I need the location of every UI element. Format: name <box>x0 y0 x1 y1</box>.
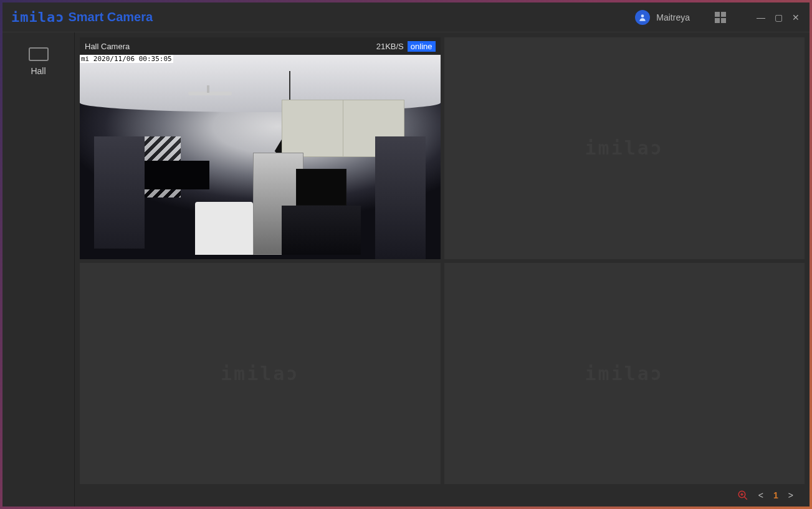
maximize-button[interactable]: ▢ <box>771 12 786 22</box>
svg-line-2 <box>744 497 747 500</box>
tile-header: Hall Camera 21KB/S online <box>80 37 441 55</box>
sidebar-item-hall[interactable]: Hall <box>2 44 74 80</box>
camera-tile-3[interactable]: imilaɔ <box>80 263 441 485</box>
user-name[interactable]: Maitreya <box>656 12 690 22</box>
bitrate-label: 21KB/S <box>376 42 404 51</box>
status-badge: online <box>408 41 436 52</box>
person-icon <box>638 13 647 22</box>
camera-name: Hall Camera <box>85 42 130 51</box>
page-next-button[interactable]: > <box>788 490 793 500</box>
brand-watermark: imilaɔ <box>585 137 664 159</box>
user-avatar[interactable] <box>635 10 650 25</box>
brand-watermark: imilaɔ <box>585 363 664 384</box>
svg-point-0 <box>641 14 644 17</box>
sidebar-item-label: Hall <box>31 66 45 76</box>
zoom-in-icon[interactable] <box>737 490 748 501</box>
page-current: 1 <box>773 490 778 500</box>
grid-layout-icon[interactable] <box>715 12 726 23</box>
camera-grid: Hall Camera 21KB/S online mi 2020/11/06 … <box>80 37 805 484</box>
brand-logo: imilaɔ <box>11 9 64 25</box>
footer-bar: < 1 > <box>80 484 805 507</box>
feed-timestamp: mi 2020/11/06 00:35:05 <box>80 55 173 63</box>
titlebar: imilaɔ Smart Camera Maitreya — ▢ ✕ <box>2 2 810 32</box>
app-window: imilaɔ Smart Camera Maitreya — ▢ ✕ Hall … <box>2 2 810 507</box>
camera-group-icon <box>29 47 49 61</box>
camera-feed: mi 2020/11/06 00:35:05 <box>80 55 441 259</box>
brand-watermark: imilaɔ <box>221 363 299 384</box>
main-panel: Hall Camera 21KB/S online mi 2020/11/06 … <box>75 32 810 507</box>
camera-tile-4[interactable]: imilaɔ <box>444 263 805 485</box>
page-prev-button[interactable]: < <box>758 490 763 500</box>
camera-tile-2[interactable]: imilaɔ <box>444 37 805 259</box>
app-body: Hall Hall Camera 21KB/S online mi 2020/1… <box>2 32 810 507</box>
sidebar: Hall <box>2 32 75 507</box>
minimize-button[interactable]: — <box>753 12 768 22</box>
camera-tile-1[interactable]: Hall Camera 21KB/S online mi 2020/11/06 … <box>80 37 441 259</box>
app-title: Smart Camera <box>68 10 153 24</box>
close-button[interactable]: ✕ <box>788 12 803 22</box>
